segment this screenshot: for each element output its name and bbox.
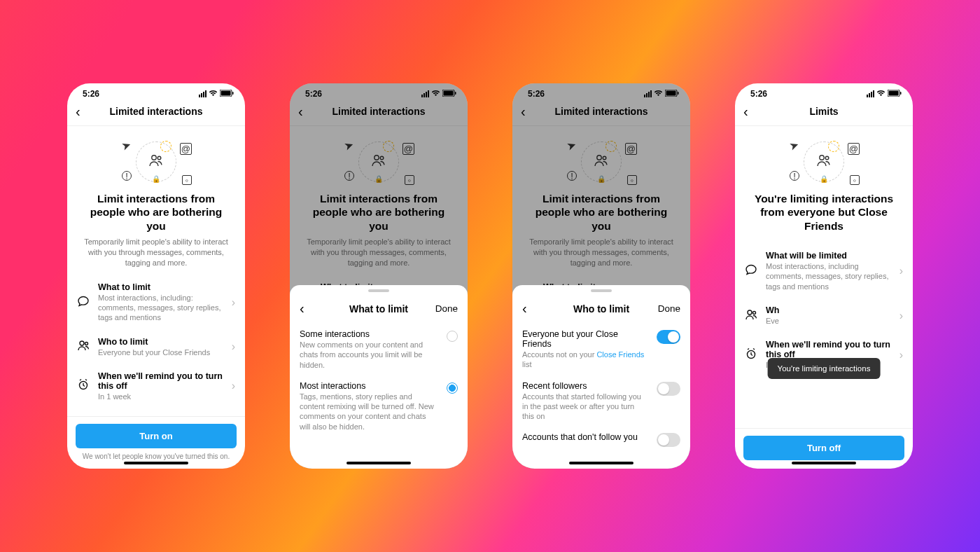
chevron-right-icon: › [232,340,235,353]
option-most-interactions[interactable]: Most interactions Tags, mentions, story … [290,375,468,437]
row-title: When we'll remind you to turn this off [98,371,223,391]
row-title: What to limit [98,282,223,292]
row-who-limited[interactable]: Wh Eve › [735,298,913,333]
header-title: Limits [735,106,913,117]
chat-icon [745,263,757,279]
hero-area: ➤ @ ! ◦ 🔒 Limit interactions from people… [67,126,245,275]
svg-point-24 [753,311,756,314]
option-title: Everyone but your Close Friends [522,329,648,349]
option-close-friends[interactable]: Everyone but your Close Friends Accounts… [512,324,690,375]
done-button[interactable]: Done [658,303,680,314]
header-title: Limited interactions [67,106,245,117]
turn-off-button[interactable]: Turn off [743,436,904,460]
turn-on-button[interactable]: Turn on [76,424,237,448]
radio-button[interactable] [447,382,458,394]
option-non-followers[interactable]: Accounts that don't follow you [512,427,690,453]
sheet-grabber[interactable] [591,289,612,292]
row-title: What will be limited [766,251,891,261]
option-sub: Accounts not on your Close Friends list [522,350,648,370]
chevron-right-icon: › [899,310,903,322]
back-icon[interactable]: ‹ [298,104,303,118]
phone-screen-2: 5:26 ‹ Limited interactions ➤ @ ! ◦ 🔒 Li… [290,83,468,469]
home-indicator [346,462,411,464]
row-sub: Eve [766,316,891,326]
phone-screen-1: 5:26 ‹ Limited interactions ➤ @ ! ◦ 🔒 [67,83,245,469]
status-bar: 5:26 [735,83,913,97]
done-button[interactable]: Done [435,303,458,314]
tag-frame-icon: ◦ [850,175,860,185]
option-title: Accounts that don't follow you [522,432,648,442]
back-icon[interactable]: ‹ [521,104,526,118]
row-who-to-limit[interactable]: Who to limit Everyone but your Close Fri… [67,330,245,364]
footer: Turn on We won't let people know you've … [67,416,245,469]
toggle-switch[interactable] [657,330,680,344]
chevron-right-icon: › [232,380,235,392]
row-title: Who to limit [98,337,223,347]
row-what-limited[interactable]: What will be limited Most interactions, … [735,244,913,298]
hero-graphic: ➤ @ ! ◦ 🔒 [81,139,231,185]
back-icon[interactable]: ‹ [76,104,80,118]
clock-icon [745,347,757,363]
home-indicator [124,462,188,464]
option-sub: Tags, mentions, story replies and conten… [300,392,438,432]
option-sub: Accounts that started following you in t… [522,392,648,422]
sheet-header: ‹ What to limit Done [290,296,468,324]
settings-list: What will be limited Most interactions, … [735,244,913,428]
option-sub: New comments on your content and chats f… [300,340,438,370]
svg-point-5 [80,341,84,345]
row-reminder[interactable]: When we'll remind you to turn this off I… [67,364,245,408]
chat-icon [77,295,90,310]
svg-rect-20 [900,92,902,95]
person-icon [745,308,757,324]
hero-graphic: ➤ @ ! ◦ 🔒 [749,139,899,185]
hero-subtitle: Temporarily limit people's ability to in… [81,237,231,268]
lock-icon: 🔒 [152,175,160,183]
back-icon[interactable]: ‹ [743,104,748,118]
alert-icon: ! [790,171,799,181]
svg-point-22 [825,156,829,160]
people-icon [816,154,832,170]
svg-rect-19 [889,91,899,96]
row-sub: Most interactions, including: comments, … [98,293,223,323]
people-icon [148,154,164,170]
sheet-back-icon[interactable]: ‹ [300,301,304,317]
clock-icon [77,378,90,394]
chevron-right-icon: › [899,265,903,277]
option-title: Recent followers [522,381,648,391]
row-sub: Everyone but your Close Friends [98,347,223,357]
option-title: Some interactions [300,329,438,339]
row-sub: In 1 week [98,392,223,401]
toggle-switch[interactable] [657,382,680,396]
svg-point-21 [820,155,824,159]
svg-point-3 [152,155,156,159]
hero-area: ➤ @ ! ◦ 🔒 You're limiting interactions f… [735,126,913,244]
svg-rect-2 [232,92,234,95]
toast-notification: You're limiting interactions [768,358,881,379]
paper-plane-icon: ➤ [120,137,133,153]
option-title: Most interactions [300,381,438,391]
home-indicator [792,462,856,464]
circle-graphic: 🔒 [136,142,176,182]
sheet-back-icon[interactable]: ‹ [522,301,527,317]
toggle-switch[interactable] [657,433,680,447]
header: ‹ Limited interactions [67,97,245,126]
option-some-interactions[interactable]: Some interactions New comments on your c… [290,324,468,375]
row-title: Wh [766,305,891,315]
at-icon: @ [848,143,860,155]
signal-icon [867,90,874,97]
row-sub: Most interactions, including comments, m… [766,261,891,291]
row-what-to-limit[interactable]: What to limit Most interactions, includi… [67,275,245,330]
close-friends-link[interactable]: Close Friends [596,350,644,359]
hero-title: Limit interactions from people who are b… [81,192,231,233]
option-recent-followers[interactable]: Recent followers Accounts that started f… [512,375,690,427]
header: ‹ Limits [735,97,913,126]
svg-point-4 [158,156,161,160]
sheet-grabber[interactable] [368,289,389,292]
lock-icon: 🔒 [820,175,828,183]
chevron-right-icon: › [899,349,903,361]
radio-button[interactable] [447,331,458,342]
status-bar: 5:26 [67,83,245,97]
circle-graphic: 🔒 [804,142,844,182]
row-title: When we'll remind you to turn this off [766,340,891,359]
home-indicator [569,462,634,464]
